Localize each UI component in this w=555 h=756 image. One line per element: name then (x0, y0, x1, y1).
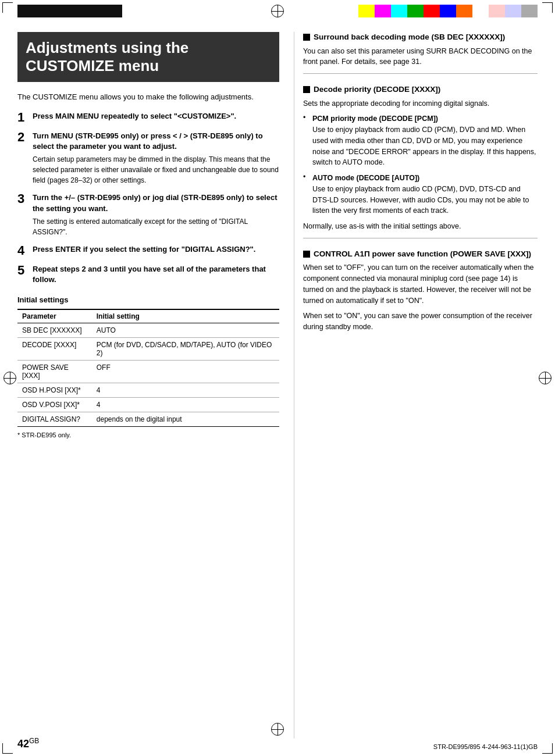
step-5: 5Repeat steps 2 and 3 until you have set… (17, 264, 279, 287)
step-content: Press ENTER if you select the setting fo… (33, 244, 279, 257)
step-number: 5 (17, 264, 29, 287)
right-column: Surround back decoding mode (SB DEC [XXX… (297, 32, 538, 739)
step-number: 4 (17, 244, 29, 257)
step-content: Turn MENU (STR-DE995 only) or press < / … (33, 131, 279, 186)
step-desc: Certain setup parameters may be dimmed i… (33, 154, 279, 186)
section-decode-priority: Decode priority (DECODE [XXXX])Sets the … (303, 84, 538, 238)
section-control-a1: CONTROL A1Π power save function (POWER S… (303, 249, 538, 333)
bullet-symbol: • (303, 113, 309, 168)
color-block (391, 5, 407, 17)
bullet-item: •AUTO mode (DECODE [AUTO])Use to enjoy p… (303, 173, 538, 216)
settings-table: Parameter Initial setting SB DEC [XXXXXX… (17, 309, 279, 427)
step-desc: The setting is entered automatically exc… (33, 216, 279, 237)
section-icon (303, 86, 310, 93)
steps-container: 1Press MAIN MENU repeatedly to select "<… (17, 111, 279, 288)
section-title: CONTROL A1Π power save function (POWER S… (314, 249, 531, 259)
color-block (407, 5, 424, 17)
table-row: DIGITAL ASSIGN?depends on the digital in… (17, 412, 279, 427)
col-initial-setting: Initial setting (92, 309, 279, 323)
step-title: Turn MENU (STR-DE995 only) or press < / … (33, 131, 279, 152)
step-title: Repeat steps 2 and 3 until you have set … (33, 264, 279, 285)
section-divider (303, 238, 538, 238)
title-box: Adjustments using the CUSTOMIZE menu (17, 32, 279, 82)
top-black-bar (17, 5, 122, 17)
table-row: DECODE [XXXX]PCM (for DVD, CD/SACD, MD/T… (17, 338, 279, 361)
section-heading: Surround back decoding mode (SB DEC [XXX… (303, 32, 538, 42)
top-color-bar (358, 5, 538, 17)
bullet-content: AUTO mode (DECODE [AUTO])Use to enjoy pl… (312, 173, 538, 216)
table-row: OSD V.POSI [XX]*4 (17, 398, 279, 412)
step-title: Turn the +/– (STR-DE995 only) or jog dia… (33, 192, 279, 213)
param-cell: SB DEC [XXXXXX] (17, 323, 92, 338)
intro-text: The CUSTOMIZE menu allows you to make th… (17, 91, 279, 103)
step-4: 4Press ENTER if you select the setting f… (17, 244, 279, 257)
setting-cell: AUTO (92, 323, 279, 338)
step-number: 3 (17, 192, 29, 237)
setting-cell: 4 (92, 398, 279, 412)
color-block (456, 5, 472, 17)
section-body: When set to "OFF", you can turn on the r… (303, 262, 538, 333)
section-body: Sets the appropriate decoding for incomi… (303, 98, 538, 109)
table-row: SB DEC [XXXXXX]AUTO (17, 323, 279, 338)
setting-cell: depends on the digital input (92, 412, 279, 427)
section-surround-back: Surround back decoding mode (SB DEC [XXX… (303, 32, 538, 74)
step-number: 2 (17, 131, 29, 186)
step-title: Press MAIN MENU repeatedly to select "<C… (33, 111, 279, 122)
section-divider (303, 73, 538, 74)
param-cell: OSD V.POSI [XX]* (17, 398, 92, 412)
bullet-item: •PCM priority mode (DECODE [PCM])Use to … (303, 113, 538, 168)
table-row: POWER SAVE [XXX]OFF (17, 361, 279, 383)
step-2: 2Turn MENU (STR-DE995 only) or press < /… (17, 131, 279, 186)
step-content: Repeat steps 2 and 3 until you have set … (33, 264, 279, 287)
setting-cell: OFF (92, 361, 279, 383)
bullet-desc: Use to enjoy playback from audio CD (PCM… (312, 124, 538, 168)
model-info: STR-DE995/895 4-244-963-11(1)GB (433, 743, 538, 750)
step-content: Press MAIN MENU repeatedly to select "<C… (33, 111, 279, 124)
section-title: Surround back decoding mode (SB DEC [XXX… (314, 32, 505, 42)
bullet-symbol: • (303, 173, 309, 216)
section-para: When set to "OFF", you can turn on the r… (303, 262, 538, 306)
bullet-desc: Use to enjoy playback from audio CD (PCM… (312, 184, 538, 216)
color-block (424, 5, 440, 17)
after-bullets-text: Normally, use as-is with the initial set… (303, 221, 538, 232)
step-1: 1Press MAIN MENU repeatedly to select "<… (17, 111, 279, 124)
left-column: Adjustments using the CUSTOMIZE menu The… (17, 32, 291, 739)
step-3: 3Turn the +/– (STR-DE995 only) or jog di… (17, 192, 279, 237)
corner-br (542, 743, 553, 754)
title-line1: Adjustments using the (26, 39, 188, 56)
param-cell: POWER SAVE [XXX] (17, 361, 92, 383)
section-title: Decode priority (DECODE [XXXX]) (314, 84, 440, 95)
crosshair-right (539, 372, 552, 384)
setting-cell: PCM (for DVD, CD/SACD, MD/TAPE), AUTO (f… (92, 338, 279, 361)
corner-tl (2, 2, 13, 13)
section-para: You can also set this parameter using SU… (303, 46, 538, 68)
section-heading: Decode priority (DECODE [XXXX]) (303, 84, 538, 95)
param-cell: OSD H.POSI [XX]* (17, 383, 92, 398)
crosshair-left (3, 372, 16, 384)
step-number: 1 (17, 111, 29, 124)
section-para: Sets the appropriate decoding for incomi… (303, 98, 538, 109)
corner-bl (2, 743, 13, 754)
col-parameter: Parameter (17, 309, 92, 323)
color-block (505, 5, 521, 17)
bullet-content: PCM priority mode (DECODE [PCM])Use to e… (312, 113, 538, 168)
color-block (489, 5, 505, 17)
section-heading: CONTROL A1Π power save function (POWER S… (303, 249, 538, 259)
section-icon (303, 34, 310, 41)
settings-tbody: SB DEC [XXXXXX]AUTODECODE [XXXX]PCM (for… (17, 323, 279, 427)
step-content: Turn the +/– (STR-DE995 only) or jog dia… (33, 192, 279, 237)
page-number-suffix: GB (29, 737, 39, 745)
section-para: When set to "ON", you can save the power… (303, 311, 538, 333)
bullet-title: AUTO mode (DECODE [AUTO]) (312, 173, 538, 184)
step-title: Press ENTER if you select the setting fo… (33, 244, 279, 255)
section-icon (303, 251, 310, 258)
param-cell: DECODE [XXXX] (17, 338, 92, 361)
footnote: * STR-DE995 only. (17, 432, 279, 438)
bullet-title: PCM priority mode (DECODE [PCM]) (312, 113, 538, 124)
crosshair-top (271, 5, 284, 17)
page-number-value: 42 (17, 738, 29, 750)
column-divider (294, 32, 294, 739)
page-number: 42GB (17, 737, 39, 750)
color-block (521, 5, 538, 17)
title-line2: CUSTOMIZE menu (26, 57, 159, 74)
